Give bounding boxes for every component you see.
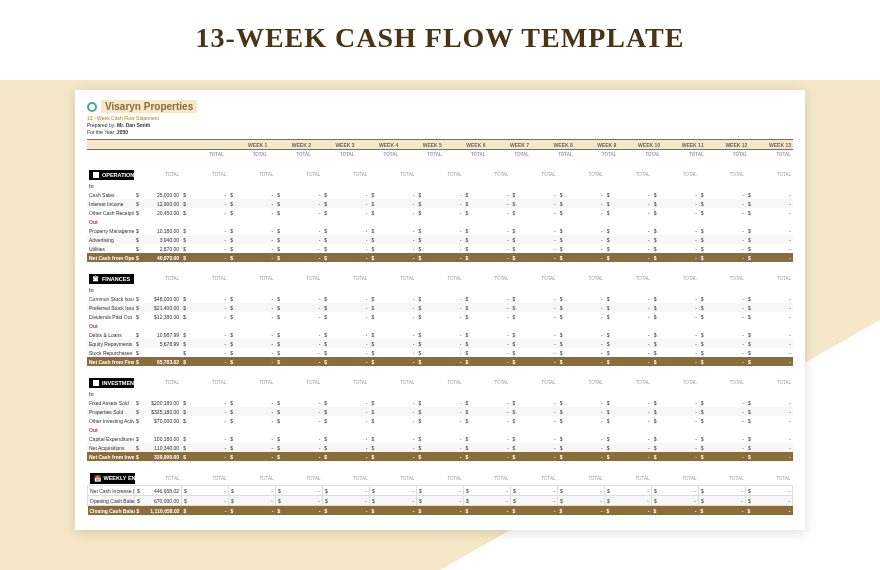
cell: $- xyxy=(276,506,323,516)
cell: $- xyxy=(275,294,322,303)
cell: $- xyxy=(181,235,228,244)
cell: $- xyxy=(228,357,275,366)
cell: $- xyxy=(275,348,322,357)
cell: $- xyxy=(605,357,652,366)
cell: $- xyxy=(652,199,699,208)
cell: $- xyxy=(652,496,699,506)
cell: $- xyxy=(699,226,746,235)
cell: $- xyxy=(558,303,605,312)
cell: $- xyxy=(181,357,228,366)
row-label: Utilities xyxy=(87,244,134,253)
net-label: Net Cash from Finances xyxy=(87,357,134,366)
cell: $- xyxy=(511,506,558,516)
net-value: $ 65,783.02 xyxy=(134,357,181,366)
cell: $- xyxy=(228,235,275,244)
section-header: INVESTMENTS xyxy=(89,378,134,388)
cell: $- xyxy=(699,303,746,312)
cell: $- xyxy=(416,434,463,443)
cell: $- xyxy=(228,339,275,348)
row-label: Fixed Assets Sold xyxy=(87,398,134,407)
row-value: $ $12,380.00 xyxy=(134,312,181,321)
cell: $- xyxy=(558,506,605,516)
week-header: WEEK 7 xyxy=(487,140,531,150)
cell: $- xyxy=(275,407,322,416)
row-label: Cash Sales xyxy=(87,190,134,199)
cell: $- xyxy=(746,443,793,452)
cell: $- xyxy=(322,208,369,217)
cell: $- xyxy=(181,398,228,407)
cell: $- xyxy=(464,398,511,407)
net-value: $ 40,970.00 xyxy=(134,253,181,262)
cell: $- xyxy=(464,312,511,321)
cell: $- xyxy=(228,398,275,407)
cell: $- xyxy=(511,407,558,416)
row-value: $ 2,870.00 xyxy=(134,244,181,253)
cell: $- xyxy=(558,398,605,407)
cell: $- xyxy=(699,486,746,496)
cell: $- xyxy=(322,452,369,461)
cell: $- xyxy=(416,208,463,217)
cell: $- xyxy=(605,253,652,262)
row-value: $ 10,180.00 xyxy=(134,226,181,235)
cell: $- xyxy=(228,208,275,217)
total-sub: TOTAL xyxy=(706,150,750,159)
cell: $- xyxy=(605,226,652,235)
net-label: Closing Cash Balance xyxy=(88,506,135,516)
cell: $- xyxy=(322,398,369,407)
cell: $- xyxy=(511,244,558,253)
row-value: $ 10,987.99 xyxy=(134,330,181,339)
cell: $- xyxy=(182,506,229,516)
week-header: WEEK 13 xyxy=(749,140,793,150)
out-label: Out xyxy=(87,321,134,330)
cell: $- xyxy=(605,416,652,425)
cell: $- xyxy=(228,312,275,321)
cell: $- xyxy=(699,312,746,321)
cell: $- xyxy=(558,407,605,416)
cell: $- xyxy=(558,443,605,452)
cell: $- xyxy=(558,434,605,443)
row-label: Equity Repayments xyxy=(87,339,134,348)
cell: $- xyxy=(416,294,463,303)
cell: $- xyxy=(746,496,793,506)
in-label: In xyxy=(87,389,134,398)
cell: $- xyxy=(322,312,369,321)
cell: $- xyxy=(464,506,511,516)
cell: $- xyxy=(652,357,699,366)
cell: $- xyxy=(181,253,228,262)
cell: $- xyxy=(275,244,322,253)
row-value: $ 20,450.00 xyxy=(134,208,181,217)
cell: $- xyxy=(181,312,228,321)
cell: $- xyxy=(511,208,558,217)
cell: $- xyxy=(652,416,699,425)
section-header: 📅 WEEKLY ENDING xyxy=(90,473,135,484)
cell: $- xyxy=(181,452,228,461)
cell: $- xyxy=(511,434,558,443)
cell: $- xyxy=(746,199,793,208)
cell: $- xyxy=(605,348,652,357)
cell: $- xyxy=(322,226,369,235)
cell: $- xyxy=(464,339,511,348)
cell: $- xyxy=(652,244,699,253)
prepared-by: Mr. Dan Smith xyxy=(117,122,150,128)
cell: $- xyxy=(228,434,275,443)
cell: $- xyxy=(558,357,605,366)
cell: $- xyxy=(369,398,416,407)
cell: $- xyxy=(228,294,275,303)
cell: $- xyxy=(181,303,228,312)
cell: $- xyxy=(229,506,276,516)
cell: $- xyxy=(558,312,605,321)
cell: $- xyxy=(370,506,417,516)
cell: $- xyxy=(369,244,416,253)
cell: $- xyxy=(416,416,463,425)
cell: $- xyxy=(558,339,605,348)
cell: $- xyxy=(275,434,322,443)
cell: $- xyxy=(322,339,369,348)
cell: $- xyxy=(511,303,558,312)
cell: $- xyxy=(228,443,275,452)
cell: $- xyxy=(746,303,793,312)
cell: $- xyxy=(276,496,323,506)
cell: $- xyxy=(746,398,793,407)
row-label: Properties Sold xyxy=(87,407,134,416)
cell: $- xyxy=(464,357,511,366)
cell: $- xyxy=(464,199,511,208)
